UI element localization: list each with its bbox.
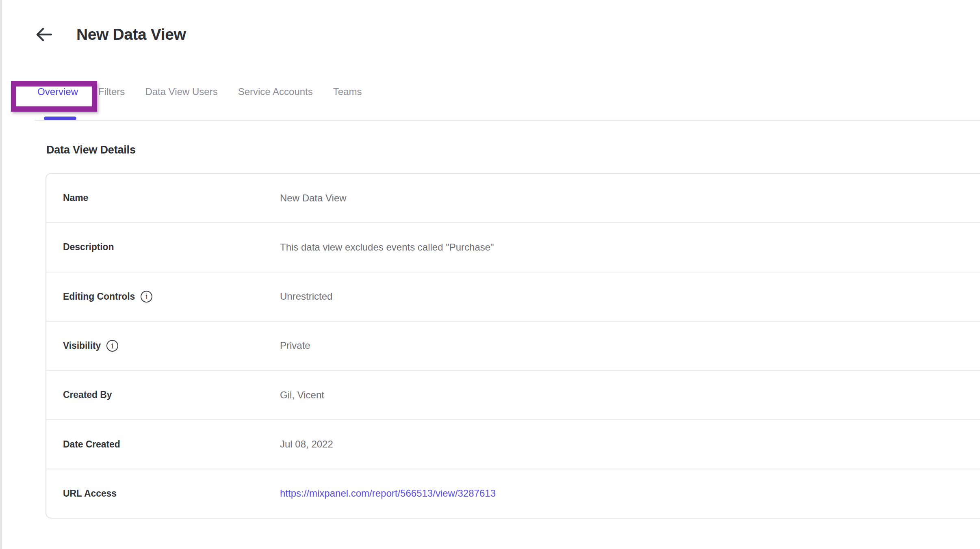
row-value-cell: Unrestricted (280, 291, 332, 302)
row-label: Editing Controls (63, 291, 135, 302)
table-row: Editing Controls i Unrestricted (46, 272, 980, 321)
row-value: Gil, Vicent (280, 389, 324, 400)
tab-data-view-users[interactable]: Data View Users (145, 86, 217, 97)
page-title: New Data View (76, 26, 186, 43)
tab-overview[interactable]: Overview (37, 86, 78, 97)
table-row: Date Created Jul 08, 2022 (46, 419, 980, 468)
row-value: Private (280, 340, 310, 351)
tab-filters[interactable]: Filters (98, 86, 125, 97)
row-label: Created By (63, 389, 112, 400)
row-label-cell: Description (46, 242, 114, 253)
tab-service-accounts[interactable]: Service Accounts (238, 86, 313, 97)
row-value-cell: Gil, Vicent (280, 389, 324, 401)
tab-label: Teams (333, 86, 362, 97)
row-label-cell: Name (46, 192, 88, 203)
tab-teams[interactable]: Teams (333, 86, 362, 97)
row-value: Jul 08, 2022 (280, 439, 333, 450)
row-value-cell: https://mixpanel.com/report/566513/view/… (280, 488, 496, 499)
section-heading: Data View Details (46, 144, 136, 156)
settings-page: New Data View Overview Filters Data View… (0, 0, 980, 549)
table-row: Name New Data View (46, 174, 980, 222)
page-header: New Data View (34, 25, 186, 44)
info-icon[interactable]: i (106, 340, 118, 352)
url-access-link[interactable]: https://mixpanel.com/report/566513/view/… (280, 488, 496, 499)
row-value-cell: This data view excludes events called "P… (280, 242, 494, 253)
table-row: Visibility i Private (46, 321, 980, 370)
tab-bar-divider (35, 120, 980, 121)
row-label: Name (63, 192, 88, 203)
row-label-cell: Date Created (46, 439, 120, 450)
table-row: URL Access https://mixpanel.com/report/5… (46, 469, 980, 518)
row-value: New Data View (280, 192, 347, 203)
row-label: Visibility (63, 340, 101, 351)
page-left-edge (0, 0, 2, 549)
row-value: This data view excludes events called "P… (280, 242, 494, 253)
row-value-cell: Jul 08, 2022 (280, 439, 333, 450)
row-value: Unrestricted (280, 291, 332, 302)
row-label: URL Access (63, 488, 117, 499)
row-label-cell: Editing Controls i (46, 290, 152, 303)
back-arrow-icon (35, 27, 52, 42)
table-row: Description This data view excludes even… (46, 222, 980, 271)
row-label: Date Created (63, 439, 120, 450)
row-value-cell: Private (280, 340, 310, 351)
row-label-cell: Visibility i (46, 339, 118, 352)
row-value-cell: New Data View (280, 192, 347, 204)
back-button[interactable] (34, 25, 53, 44)
row-label-cell: URL Access (46, 488, 117, 499)
tab-label: Data View Users (145, 86, 217, 97)
tab-label: Overview (37, 86, 78, 97)
info-icon[interactable]: i (141, 291, 152, 303)
table-row: Created By Gil, Vicent (46, 370, 980, 419)
row-label-cell: Created By (46, 389, 112, 400)
tab-label: Service Accounts (238, 86, 313, 97)
row-label: Description (63, 242, 114, 253)
active-tab-underline (44, 117, 76, 120)
tab-label: Filters (98, 86, 125, 97)
tab-bar: Overview Filters Data View Users Service… (37, 86, 362, 97)
details-card: Name New Data View Description This data… (46, 173, 980, 519)
